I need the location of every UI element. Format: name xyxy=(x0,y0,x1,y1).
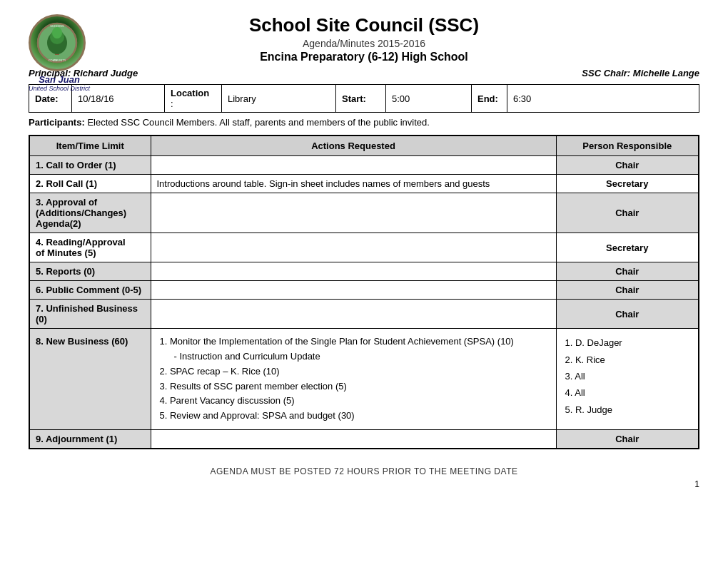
logo-text: San Juan United School District xyxy=(29,74,90,92)
subtitle: Agenda/Minutes 2015-2016 xyxy=(249,38,479,49)
title-block: School Site Council (SSC) Agenda/Minutes… xyxy=(249,14,479,63)
table-row: 8. New Business (60)1. Monitor the Imple… xyxy=(29,329,699,430)
person-cell: Chair xyxy=(556,429,699,449)
table-row: 5. Reports (0)Chair xyxy=(29,262,699,281)
school-name: Encina Preparatory (6-12) High School xyxy=(249,51,479,63)
person-cell: Chair xyxy=(556,281,699,300)
person-cell: Secretary xyxy=(556,233,699,262)
item-cell: 2. Roll Call (1) xyxy=(29,175,151,193)
person-cell: 1. D. DeJager2. K. Rice3. All4. All5. R.… xyxy=(556,329,699,430)
actions-cell xyxy=(151,262,556,281)
person-cell: Secretary xyxy=(556,175,699,193)
school-logo: SUCCESS COMMUNITY xyxy=(29,14,86,71)
main-title: School Site Council (SSC) xyxy=(249,14,479,36)
col-header-person: Person Responsible xyxy=(556,136,699,156)
location-colon: : xyxy=(171,98,173,109)
item-cell: 7. Unfinished Business(0) xyxy=(29,300,151,329)
footer-note: AGENDA MUST BE POSTED 72 HOURS PRIOR TO … xyxy=(29,466,699,476)
col-header-actions: Actions Requested xyxy=(151,136,556,156)
start-label: Start: xyxy=(342,93,366,104)
table-row: 3. Approval of(Additions/Changes)Agenda(… xyxy=(29,193,699,233)
date-label: Date: xyxy=(35,93,59,104)
col-header-item: Item/Time Limit xyxy=(29,136,151,156)
item-cell: 5. Reports (0) xyxy=(29,262,151,281)
logo-svg: SUCCESS COMMUNITY xyxy=(36,21,79,64)
usd-label: United School District xyxy=(29,85,90,92)
actions-cell xyxy=(151,233,556,262)
actions-cell: Introductions around table. Sign-in shee… xyxy=(151,175,556,193)
sub-header-row: Principal: Richard Judge SSC Chair: Mich… xyxy=(29,68,699,78)
person-cell: Chair xyxy=(556,193,699,233)
table-row: 6. Public Comment (0-5)Chair xyxy=(29,281,699,300)
logo-area: SUCCESS COMMUNITY San Juan United School… xyxy=(29,14,90,92)
start-value: 5:00 xyxy=(386,85,472,113)
person-cell: Chair xyxy=(556,156,699,175)
item-cell: 3. Approval of(Additions/Changes)Agenda(… xyxy=(29,193,151,233)
person-cell: Chair xyxy=(556,262,699,281)
table-row: 9. Adjournment (1)Chair xyxy=(29,429,699,449)
item-cell: 1. Call to Order (1) xyxy=(29,156,151,175)
svg-point-4 xyxy=(52,27,62,39)
participants-line: Participants: Elected SSC Council Member… xyxy=(29,117,699,128)
end-value: 6:30 xyxy=(507,85,699,113)
actions-cell xyxy=(151,429,556,449)
item-cell: 9. Adjournment (1) xyxy=(29,429,151,449)
location-value: Library xyxy=(222,85,336,113)
ssc-chair-label: SSC Chair: Michelle Lange xyxy=(582,68,699,78)
table-row: 1. Call to Order (1)Chair xyxy=(29,156,699,175)
info-table: Date: 10/18/16 Location : Library Start:… xyxy=(29,84,699,113)
actions-cell xyxy=(151,281,556,300)
item-cell: 6. Public Comment (0-5) xyxy=(29,281,151,300)
table-row: 7. Unfinished Business(0)Chair xyxy=(29,300,699,329)
agenda-table: Item/Time Limit Actions Requested Person… xyxy=(29,135,699,449)
end-label: End: xyxy=(477,93,498,104)
participants-label: Participants: xyxy=(29,117,85,128)
location-label: Location xyxy=(171,88,209,98)
item-cell: 4. Reading/Approvalof Minutes (5) xyxy=(29,233,151,262)
person-cell: Chair xyxy=(556,300,699,329)
participants-text: Elected SSC Council Members. All staff, … xyxy=(87,117,430,128)
actions-cell xyxy=(151,156,556,175)
table-row: 2. Roll Call (1)Introductions around tab… xyxy=(29,175,699,193)
table-row: 4. Reading/Approvalof Minutes (5)Secreta… xyxy=(29,233,699,262)
svg-text:SUCCESS: SUCCESS xyxy=(50,24,64,28)
actions-cell: 1. Monitor the Implementation of the Sin… xyxy=(151,329,556,430)
svg-text:COMMUNITY: COMMUNITY xyxy=(49,58,66,62)
actions-cell xyxy=(151,300,556,329)
san-juan-label: San Juan xyxy=(29,74,90,85)
page-header: SUCCESS COMMUNITY San Juan United School… xyxy=(29,14,699,63)
actions-cell xyxy=(151,193,556,233)
page-number: 1 xyxy=(29,479,699,489)
item-cell: 8. New Business (60) xyxy=(29,329,151,430)
